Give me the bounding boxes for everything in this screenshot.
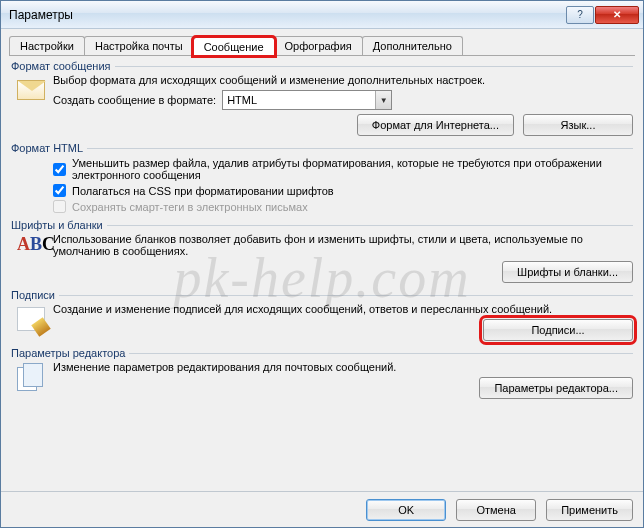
divider [107, 225, 633, 226]
group-signatures: Подписи Создание и изменение подписей дл… [11, 289, 633, 341]
envelope-icon [17, 76, 47, 106]
group-title-text: Шрифты и бланки [11, 219, 103, 231]
group-title: Шрифты и бланки [11, 219, 633, 231]
tab-general[interactable]: Настройки [9, 36, 85, 55]
help-button[interactable]: ? [566, 6, 594, 24]
format-combobox[interactable]: HTML ▼ [222, 90, 392, 110]
editor-options-button[interactable]: Параметры редактора... [479, 377, 633, 399]
group-title: Формат сообщения [11, 60, 633, 72]
group-title-text: Параметры редактора [11, 347, 125, 359]
internet-format-button[interactable]: Формат для Интернета... [357, 114, 514, 136]
apply-button[interactable]: Применить [546, 499, 633, 521]
pages-icon [17, 363, 47, 393]
checkbox-smart-tags: Сохранять смарт-теги в электронных письм… [53, 200, 633, 213]
dialog-window: Параметры ? ✕ Настройки Настройка почты … [0, 0, 644, 528]
window-title: Параметры [9, 8, 565, 22]
tab-spelling[interactable]: Орфография [274, 36, 363, 55]
group-title-text: Формат сообщения [11, 60, 111, 72]
signatures-button[interactable]: Подписи... [483, 319, 633, 341]
checkbox-input[interactable] [53, 184, 66, 197]
tab-message[interactable]: Сообщение [193, 37, 275, 56]
chevron-down-icon: ▼ [375, 91, 391, 109]
fonts-stationery-button[interactable]: Шрифты и бланки... [502, 261, 633, 283]
tab-mail-setup[interactable]: Настройка почты [84, 36, 194, 55]
group-message-format: Формат сообщения Выбор формата для исход… [11, 60, 633, 136]
group-html-format: Формат HTML Уменьшить размер файла, удал… [11, 142, 633, 213]
group-title-text: Подписи [11, 289, 55, 301]
signatures-desc: Создание и изменение подписей для исходя… [53, 303, 633, 315]
checkbox-rely-css[interactable]: Полагаться на CSS при форматировании шри… [53, 184, 633, 197]
format-desc: Выбор формата для исходящих сообщений и … [53, 74, 633, 86]
titlebar: Параметры ? ✕ [1, 1, 643, 29]
language-button[interactable]: Язык... [523, 114, 633, 136]
checkbox-label: Полагаться на CSS при форматировании шри… [72, 185, 334, 197]
checkbox-input [53, 200, 66, 213]
group-title: Подписи [11, 289, 633, 301]
divider [59, 295, 633, 296]
divider [129, 353, 633, 354]
divider [115, 66, 633, 67]
dialog-content: pk-help.com Формат сообщения Выбор форма… [1, 56, 643, 491]
abc-icon: ABC [17, 235, 47, 265]
cancel-button[interactable]: Отмена [456, 499, 536, 521]
format-value: HTML [223, 94, 375, 106]
group-editor: Параметры редактора Изменение параметров… [11, 347, 633, 399]
group-title: Параметры редактора [11, 347, 633, 359]
group-title: Формат HTML [11, 142, 633, 154]
divider [87, 148, 633, 149]
editor-desc: Изменение параметров редактирования для … [53, 361, 633, 373]
tab-strip: Настройки Настройка почты Сообщение Орфо… [1, 29, 643, 55]
tab-advanced[interactable]: Дополнительно [362, 36, 463, 55]
group-fonts: Шрифты и бланки ABC Использование бланко… [11, 219, 633, 283]
close-button[interactable]: ✕ [595, 6, 639, 24]
checkbox-reduce-size[interactable]: Уменьшить размер файла, удалив атрибуты … [53, 157, 633, 181]
fonts-desc: Использование бланков позволяет добавить… [53, 233, 633, 257]
group-title-text: Формат HTML [11, 142, 83, 154]
ok-button[interactable]: OK [366, 499, 446, 521]
checkbox-label: Сохранять смарт-теги в электронных письм… [72, 201, 308, 213]
dialog-footer: OK Отмена Применить [1, 491, 643, 527]
create-format-label: Создать сообщение в формате: [53, 94, 216, 106]
checkbox-label: Уменьшить размер файла, удалив атрибуты … [72, 157, 633, 181]
signature-icon [17, 305, 47, 335]
checkbox-input[interactable] [53, 163, 66, 176]
